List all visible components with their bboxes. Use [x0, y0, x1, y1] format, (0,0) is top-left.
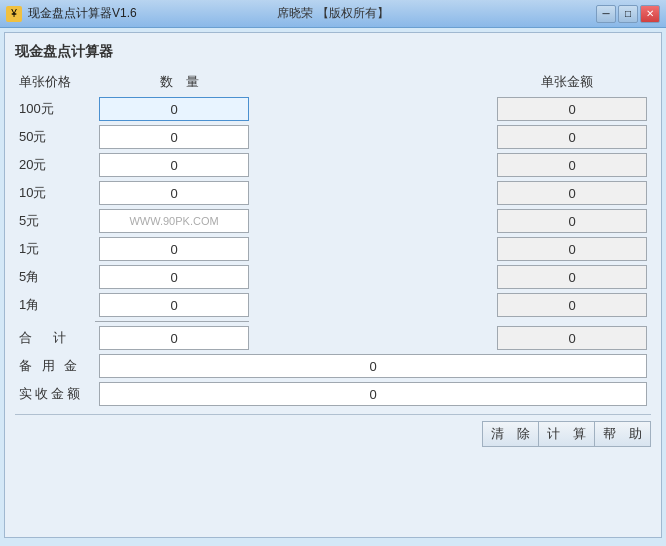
qty-input[interactable] [99, 265, 249, 289]
actual-input[interactable] [99, 382, 647, 406]
qty-input[interactable] [99, 181, 249, 205]
actual-label: 实收金额 [19, 385, 99, 403]
table-row: 1角 [15, 293, 651, 317]
denomination-label: 10元 [19, 184, 99, 202]
table-row: 100元 [15, 97, 651, 121]
denomination-label: 100元 [19, 100, 99, 118]
bottom-buttons: 清 除 计 算 帮 助 [15, 414, 651, 447]
amount-display[interactable] [497, 293, 647, 317]
copyright-text: 席晓荣 【版权所有】 [277, 5, 388, 22]
table-row: 5角 [15, 265, 651, 289]
header-label: 单张价格 [19, 74, 71, 89]
reserve-input[interactable] [99, 354, 647, 378]
amount-display[interactable] [497, 153, 647, 177]
calc-button[interactable]: 计 算 [538, 421, 594, 447]
table-row: 5元 [15, 209, 651, 233]
close-button[interactable]: ✕ [640, 5, 660, 23]
amount-display[interactable] [497, 181, 647, 205]
qty-input[interactable] [99, 97, 249, 121]
minimize-button[interactable]: ─ [596, 5, 616, 23]
app-icon: ¥ [6, 6, 22, 22]
reserve-label: 备 用 金 [19, 357, 99, 375]
qty-input[interactable] [99, 153, 249, 177]
denomination-label: 50元 [19, 128, 99, 146]
table-row: 10元 [15, 181, 651, 205]
clear-button[interactable]: 清 除 [482, 421, 538, 447]
amount-display[interactable] [497, 265, 647, 289]
table-row: 50元 [15, 125, 651, 149]
subtotal-qty-input[interactable] [99, 326, 249, 350]
divider [95, 321, 249, 322]
qty-input[interactable] [99, 293, 249, 317]
qty-input[interactable] [99, 125, 249, 149]
amount-display[interactable] [497, 209, 647, 233]
reserve-row: 备 用 金 [15, 354, 651, 378]
actual-row: 实收金额 [15, 382, 651, 406]
header-amount: 单张金额 [541, 74, 593, 89]
header-row: 单张价格 数 量 单张金额 [15, 73, 651, 91]
window-controls: ─ □ ✕ [596, 5, 660, 23]
amount-display[interactable] [497, 97, 647, 121]
denomination-label: 20元 [19, 156, 99, 174]
subtotal-amount-input[interactable] [497, 326, 647, 350]
denomination-label: 5元 [19, 212, 99, 230]
denomination-label: 1角 [19, 296, 99, 314]
table-row: 20元 [15, 153, 651, 177]
main-window: 现金盘点计算器 单张价格 数 量 单张金额 100元50元20元10元5元1元5… [4, 32, 662, 538]
help-button[interactable]: 帮 助 [594, 421, 651, 447]
amount-display[interactable] [497, 125, 647, 149]
subtotal-row: 合 计 [15, 326, 651, 350]
qty-input[interactable] [99, 237, 249, 261]
window-title: 现金盘点计算器 [15, 43, 651, 61]
app-title: 现金盘点计算器V1.6 [28, 5, 137, 22]
data-rows: 100元50元20元10元5元1元5角1角 [15, 97, 651, 317]
table-row: 1元 [15, 237, 651, 261]
title-bar-left: ¥ 现金盘点计算器V1.6 [6, 5, 137, 22]
header-qty: 数 量 [160, 74, 199, 89]
amount-display[interactable] [497, 237, 647, 261]
title-bar: ¥ 现金盘点计算器V1.6 席晓荣 【版权所有】 ─ □ ✕ [0, 0, 666, 28]
qty-input[interactable] [99, 209, 249, 233]
subtotal-label: 合 计 [19, 329, 99, 347]
maximize-button[interactable]: □ [618, 5, 638, 23]
denomination-label: 5角 [19, 268, 99, 286]
denomination-label: 1元 [19, 240, 99, 258]
